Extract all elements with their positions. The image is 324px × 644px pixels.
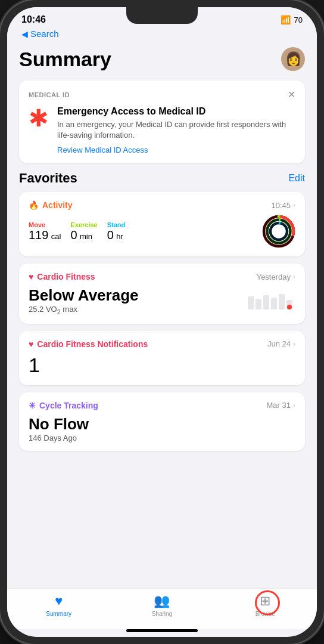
avatar-emoji: 👩: [285, 51, 301, 67]
cycle-tracking-card[interactable]: ✳ Cycle Tracking Mar 31 › No Flow 146 Da…: [19, 392, 305, 451]
medical-id-description: In an emergency, your Medical ID can pro…: [57, 119, 295, 141]
activity-chevron-icon: ›: [293, 201, 295, 209]
exercise-label: Exercise: [70, 221, 97, 228]
cardio-fitness-title: ♥ Cardio Fitness: [29, 272, 95, 281]
move-value: 119: [29, 228, 48, 242]
svg-rect-10: [271, 298, 277, 309]
notifications-value: 1: [29, 354, 295, 377]
back-chevron-icon: ◀: [21, 29, 28, 39]
browse-ring: [255, 590, 280, 615]
summary-tab-icon: ♥: [55, 593, 63, 609]
activity-card[interactable]: 🔥 Activity 10:45 › Move 119: [19, 192, 305, 256]
stand-value: 0: [107, 228, 114, 242]
activity-stats: Move 119 cal Exercise 0 min: [29, 221, 125, 242]
status-icons: 📶 70: [281, 15, 303, 24]
activity-meta: 10:45 ›: [271, 201, 295, 210]
medical-id-content: Emergency Access to Medical ID In an eme…: [57, 106, 295, 155]
sharing-tab-label: Sharing: [152, 611, 172, 617]
activity-body: Move 119 cal Exercise 0 min: [29, 215, 295, 248]
medical-id-header: MEDICAL ID ✕: [29, 89, 295, 100]
cycle-chevron-icon: ›: [293, 401, 295, 410]
notif-chevron-icon: ›: [293, 340, 295, 348]
cardio-fitness-body: Below Average 25.2 VO2 max: [29, 286, 295, 315]
svg-rect-9: [263, 295, 269, 309]
cardio-below-average: Below Average: [29, 286, 138, 305]
cardio-fitness-card[interactable]: ♥ Cardio Fitness Yesterday › Below Avera…: [19, 264, 305, 324]
cycle-header: ✳ Cycle Tracking Mar 31 ›: [29, 401, 295, 410]
cycle-title: ✳ Cycle Tracking: [29, 401, 98, 410]
cardio-mini-chart: [248, 290, 295, 312]
tab-summary[interactable]: ♥ Summary: [7, 593, 110, 617]
notch: [126, 7, 198, 24]
sharing-tab-icon: 👥: [154, 593, 170, 609]
move-unit: cal: [51, 232, 61, 241]
exercise-stat: Exercise 0 min: [70, 221, 97, 242]
rings-svg: [262, 215, 295, 248]
medical-id-body: ✱ Emergency Access to Medical ID In an e…: [29, 106, 295, 155]
scroll-content: Summary 👩 MEDICAL ID ✕ ✱ Emergency Acces…: [7, 42, 317, 588]
back-label[interactable]: Search: [30, 29, 59, 39]
browse-circle-container: ⊞: [260, 593, 270, 609]
page-title: Summary: [19, 48, 111, 71]
tab-browse[interactable]: ⊞ Browse: [214, 593, 317, 617]
cardio-chevron-icon: ›: [293, 273, 295, 281]
summary-tab-label: Summary: [46, 611, 71, 617]
exercise-value-row: 0 min: [70, 228, 97, 242]
favorites-section-header: Favorites Edit: [19, 171, 305, 186]
tab-sharing[interactable]: 👥 Sharing: [110, 593, 213, 617]
move-label: Move: [29, 221, 61, 228]
page-header: Summary 👩: [19, 42, 305, 80]
cycle-meta: Mar 31 ›: [267, 401, 295, 410]
cycle-icon: ✳: [29, 401, 36, 410]
activity-title: 🔥 Activity: [29, 200, 73, 210]
move-value-row: 119 cal: [29, 228, 61, 242]
stand-stat: Stand 0 hr: [107, 221, 126, 242]
battery-icon: 70: [294, 16, 303, 24]
notifications-meta: Jun 24 ›: [267, 339, 295, 348]
wifi-icon: 📶: [281, 15, 291, 24]
cardio-fitness-meta: Yesterday ›: [257, 273, 295, 281]
medical-id-label: MEDICAL ID: [29, 91, 70, 98]
mini-chart-svg: [248, 290, 295, 312]
cycle-body: No Flow 146 Days Ago: [29, 415, 295, 442]
heart-notif-icon: ♥: [29, 339, 33, 349]
exercise-value: 0: [70, 228, 77, 242]
cardio-fitness-header: ♥ Cardio Fitness Yesterday ›: [29, 272, 295, 281]
phone-frame: 10:46 📶 70 ◀ Search Summary 👩: [0, 0, 324, 644]
phone-screen: 10:46 📶 70 ◀ Search Summary 👩: [7, 7, 317, 637]
activity-card-header: 🔥 Activity 10:45 ›: [29, 200, 295, 210]
medical-id-card: MEDICAL ID ✕ ✱ Emergency Access to Medic…: [19, 80, 305, 163]
medical-id-link[interactable]: Review Medical ID Access: [57, 145, 148, 154]
nav-back[interactable]: ◀ Search: [7, 27, 317, 42]
medical-id-title: Emergency Access to Medical ID: [57, 106, 295, 117]
favorites-title: Favorites: [19, 171, 77, 186]
move-stat: Move 119 cal: [29, 221, 61, 242]
status-time: 10:46: [21, 14, 46, 25]
notifications-title: ♥ Cardio Fitness Notifications: [29, 339, 148, 349]
avatar[interactable]: 👩: [281, 47, 305, 71]
svg-rect-8: [256, 299, 261, 309]
exercise-unit: min: [80, 232, 92, 241]
cycle-sub-value: 146 Days Ago: [29, 434, 295, 442]
stand-unit: hr: [116, 232, 123, 241]
stand-label: Stand: [107, 221, 126, 228]
svg-rect-11: [279, 294, 285, 309]
cardio-left: Below Average 25.2 VO2 max: [29, 286, 138, 315]
heart-icon: ♥: [29, 272, 33, 281]
close-button[interactable]: ✕: [288, 89, 295, 100]
svg-point-4: [270, 223, 287, 240]
svg-point-13: [287, 305, 292, 309]
cardio-sub-value: 25.2 VO2 max: [29, 305, 138, 315]
activity-rings: [262, 215, 295, 248]
stand-value-row: 0 hr: [107, 228, 126, 242]
svg-point-6: [278, 215, 281, 218]
notifications-header: ♥ Cardio Fitness Notifications Jun 24 ›: [29, 339, 295, 349]
cycle-no-flow: No Flow: [29, 415, 295, 434]
edit-button[interactable]: Edit: [288, 173, 305, 184]
svg-rect-7: [248, 296, 254, 309]
tab-bar: ♥ Summary 👥 Sharing ⊞ Browse: [7, 588, 317, 629]
home-indicator: [126, 629, 198, 632]
asterisk-icon: ✱: [29, 106, 49, 130]
cardio-notifications-card[interactable]: ♥ Cardio Fitness Notifications Jun 24 › …: [19, 331, 305, 385]
fire-icon: 🔥: [29, 200, 39, 210]
